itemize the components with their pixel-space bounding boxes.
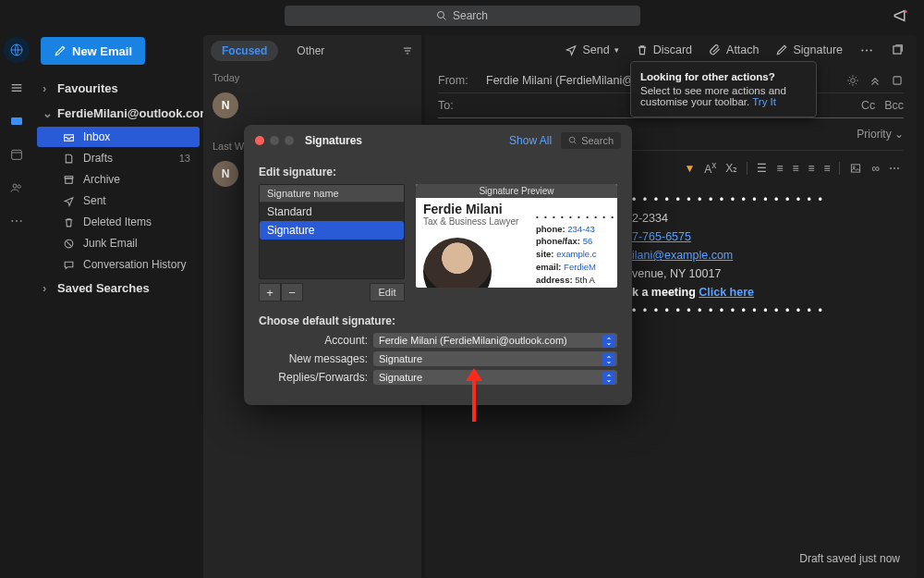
message-item[interactable]: N: [203, 89, 421, 122]
svg-point-11: [18, 185, 20, 188]
try-it-link[interactable]: Try It: [752, 96, 776, 107]
avatar-photo: [423, 238, 492, 288]
title-bar: Search: [0, 0, 924, 31]
subscript-icon[interactable]: X₂: [725, 162, 737, 175]
folder-deleted[interactable]: Deleted Items: [37, 212, 200, 232]
theme-icon[interactable]: [846, 74, 859, 87]
svg-point-25: [870, 49, 872, 51]
megaphone-icon[interactable]: [893, 7, 909, 24]
more-format-icon[interactable]: ⋯: [889, 162, 900, 175]
folder-drafts[interactable]: Drafts13: [37, 148, 200, 168]
more-icon[interactable]: [8, 213, 25, 229]
signature-item-standard[interactable]: Standard: [260, 203, 404, 221]
discard-button[interactable]: Discard: [636, 43, 692, 56]
search-placeholder: Search: [453, 9, 488, 22]
tab-other[interactable]: Other: [286, 41, 335, 61]
people-icon[interactable]: [8, 179, 25, 196]
svg-rect-28: [894, 77, 901, 84]
calendar-icon[interactable]: [8, 146, 25, 163]
cc-button[interactable]: Cc: [861, 99, 875, 112]
svg-rect-26: [894, 46, 901, 54]
edit-signature-button[interactable]: Edit: [370, 283, 405, 301]
favourites-header[interactable]: ›Favourites: [33, 76, 203, 101]
tab-focused[interactable]: Focused: [211, 41, 278, 61]
svg-point-24: [866, 49, 868, 51]
activity-rail: [0, 31, 33, 578]
sig-email[interactable]: ilani@example.com: [632, 249, 733, 262]
svg-point-14: [20, 220, 22, 222]
edit-signature-label: Edit signature:: [259, 166, 617, 178]
align-icon[interactable]: ≡: [823, 162, 830, 175]
sig-click-here[interactable]: Click here: [699, 286, 754, 299]
svg-point-23: [861, 49, 863, 51]
folder-inbox[interactable]: Inbox: [37, 127, 200, 147]
folder-archive[interactable]: Archive: [37, 169, 200, 190]
svg-point-10: [13, 184, 17, 188]
saved-searches-header[interactable]: ›Saved Searches: [33, 276, 203, 301]
mail-icon[interactable]: [8, 113, 25, 129]
outdent-icon[interactable]: ≡: [792, 162, 798, 175]
signature-preview: Signature Preview Ferdie Milani Tax & Bu…: [416, 184, 617, 288]
image-icon[interactable]: [849, 162, 862, 175]
attach-button[interactable]: Attach: [709, 43, 759, 56]
svg-point-31: [569, 137, 575, 142]
signature-name-list: Signature name Standard Signature: [259, 184, 405, 279]
new-messages-select[interactable]: Signature: [373, 351, 617, 366]
highlight-icon[interactable]: ▼: [684, 162, 695, 175]
popout-icon[interactable]: [891, 43, 904, 56]
signatures-dialog: Signatures Show All Search Edit signatur…: [244, 125, 632, 405]
signature-item-signature[interactable]: Signature: [260, 221, 404, 240]
priority-dropdown[interactable]: Priority ⌄: [857, 128, 904, 141]
svg-line-1: [443, 18, 445, 20]
folder-conversation[interactable]: Conversation History: [37, 254, 200, 275]
svg-point-0: [437, 12, 444, 18]
link-icon[interactable]: ∞: [871, 162, 880, 175]
filter-icon[interactable]: [401, 44, 414, 57]
dialog-search[interactable]: Search: [561, 132, 621, 149]
svg-line-19: [67, 240, 71, 245]
svg-rect-8: [12, 150, 22, 159]
collapse-icon[interactable]: [869, 74, 881, 87]
account-header[interactable]: ⌄FerdieMilani@outlook.com: [33, 101, 203, 126]
sig-fax[interactable]: 7-765-6575: [632, 230, 691, 243]
svg-marker-34: [466, 368, 482, 381]
choose-default-label: Choose default signature:: [259, 314, 617, 327]
folder-sent[interactable]: Sent: [37, 191, 200, 211]
replies-forwards-select[interactable]: Signature: [373, 370, 617, 385]
svg-rect-15: [65, 134, 74, 141]
folder-junk[interactable]: Junk Email: [37, 233, 200, 253]
new-email-button[interactable]: New Email: [41, 37, 145, 65]
more-actions-popover: Looking for other actions? Select to see…: [630, 61, 817, 117]
svg-point-12: [11, 220, 13, 222]
show-all-button[interactable]: Show All: [509, 134, 552, 147]
more-actions-icon[interactable]: [859, 48, 874, 53]
window-controls[interactable]: [255, 136, 294, 145]
svg-point-27: [851, 79, 856, 83]
svg-rect-7: [11, 117, 22, 125]
global-search[interactable]: Search: [285, 6, 640, 26]
account-select[interactable]: Ferdie Milani (FerdieMilani@outlook.com): [373, 333, 617, 348]
avatar: N: [213, 92, 238, 118]
bcc-button[interactable]: Bcc: [884, 99, 904, 112]
expand-icon[interactable]: [891, 74, 904, 87]
hamburger-icon[interactable]: [8, 80, 25, 96]
signature-button[interactable]: Signature: [775, 43, 843, 56]
bullets-icon[interactable]: ☰: [757, 162, 767, 175]
annotation-arrow: [460, 368, 488, 424]
folder-sidebar: New Email ›Favourites ⌄FerdieMilani@outl…: [33, 31, 203, 578]
svg-rect-29: [852, 164, 860, 171]
clear-format-icon[interactable]: Ax: [704, 160, 716, 176]
send-button[interactable]: Send▾: [565, 43, 618, 56]
svg-line-32: [574, 141, 576, 143]
draft-status: Draft saved just now: [799, 552, 900, 565]
numbering-icon[interactable]: ≡: [776, 162, 783, 175]
svg-rect-17: [66, 178, 73, 182]
org-icon[interactable]: [4, 37, 30, 63]
remove-signature-button[interactable]: −: [281, 283, 303, 301]
section-today: Today: [203, 67, 421, 89]
indent-icon[interactable]: ≡: [808, 162, 814, 175]
add-signature-button[interactable]: +: [259, 283, 281, 301]
svg-point-13: [16, 220, 18, 222]
avatar: N: [213, 161, 238, 187]
svg-point-2: [905, 10, 907, 13]
